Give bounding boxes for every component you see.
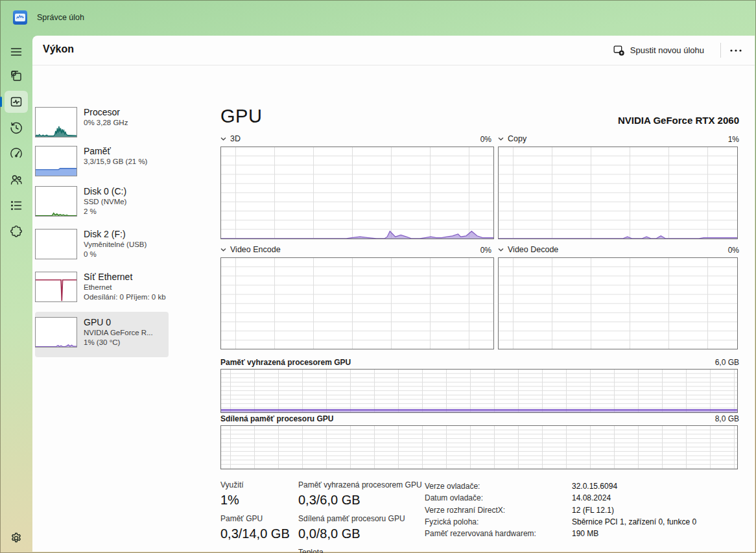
- item-sub2: Odesílání: 0 Příjem: 0 kb: [84, 292, 169, 302]
- item-title: Paměť: [84, 146, 169, 157]
- stat-usage: Využití 1%: [220, 480, 244, 508]
- puzzle-icon: [10, 225, 23, 238]
- chart-shared-memory[interactable]: [220, 425, 738, 469]
- gpu-detail-pane: GPU NVIDIA GeForce RTX 2060 3D 0% Copy 1…: [219, 65, 739, 552]
- chart-copy[interactable]: [498, 147, 738, 239]
- list-item-gpu0[interactable]: GPU 0 NVIDIA GeForce R... 1% (30 °C): [35, 312, 169, 357]
- detail-row: Paměť rezervovaná hardwarem:190 MB: [425, 528, 696, 539]
- network-mini-chart: [35, 272, 77, 302]
- gpu-heading: GPU: [220, 106, 262, 127]
- stat-shared-memory: Sdílená paměť procesoru GPU 0,0/8,0 GB: [298, 514, 405, 541]
- detail-row: Datum ovladače:14.08.2024: [425, 492, 696, 504]
- item-sub: NVIDIA GeForce R...: [84, 328, 169, 338]
- gpu-driver-details: Verze ovladače:32.0.15.6094 Datum ovlada…: [425, 480, 696, 539]
- selected-accent-pill: [0, 97, 2, 107]
- nav-services[interactable]: [5, 220, 28, 242]
- nav-processes[interactable]: [5, 65, 28, 87]
- list-item-ethernet[interactable]: Síť Ethernet Ethernet Odesílání: 0 Příje…: [35, 272, 169, 311]
- item-sub2: 0 %: [84, 250, 169, 259]
- item-sub2: 2 %: [84, 207, 169, 217]
- disk0-mini-chart: [35, 186, 77, 217]
- nav-app-history[interactable]: [5, 117, 28, 139]
- list-item-cpu[interactable]: Procesor 0% 3,28 GHz: [35, 107, 169, 142]
- nav-startup-apps[interactable]: [5, 143, 28, 165]
- chart-section-copy[interactable]: Copy: [498, 134, 526, 143]
- memory-mini-chart: [35, 146, 77, 176]
- disk2-mini-chart: [35, 229, 77, 259]
- settings-gear-icon: [10, 532, 23, 545]
- chevron-down-icon: [220, 248, 226, 252]
- chart-video-encode[interactable]: [220, 257, 494, 349]
- window-title: Správce úloh: [37, 13, 84, 22]
- page-header: Výkon Spustit novou úlohu: [32, 36, 755, 65]
- chart-3d[interactable]: [220, 147, 494, 239]
- gpu-mini-chart: [35, 317, 77, 347]
- list-icon: [10, 199, 23, 212]
- task-manager-app-icon: [13, 10, 27, 25]
- chart-section-3d[interactable]: 3D: [220, 134, 241, 143]
- list-item-disk2[interactable]: Disk 2 (F:) Vyměnitelné (USB) 0 %: [35, 229, 169, 268]
- page-title: Výkon: [43, 43, 74, 55]
- chart-dedicated-memory[interactable]: [220, 369, 738, 413]
- history-clock-icon: [10, 121, 23, 134]
- nav-performance[interactable]: [5, 91, 28, 113]
- dedicated-memory-cap: 6,0 GB: [715, 358, 739, 367]
- run-task-icon: [613, 45, 624, 56]
- more-options-button[interactable]: [725, 41, 747, 59]
- nav-rail: [0, 36, 32, 553]
- item-sub: Vyměnitelné (USB): [84, 240, 169, 250]
- chevron-down-icon: [498, 137, 504, 141]
- chart-label: Video Decode: [508, 245, 558, 254]
- task-manager-window: Správce úloh: [0, 0, 756, 553]
- ellipsis-icon: [730, 49, 742, 52]
- processes-icon: [10, 69, 23, 82]
- list-item-memory[interactable]: Paměť 3,3/15,9 GB (21 %): [35, 146, 169, 181]
- stat-temperature: Teplota 30 °C: [298, 548, 331, 553]
- nav-users[interactable]: [5, 169, 28, 191]
- item-title: Disk 0 (C:): [84, 186, 169, 197]
- shared-memory-chart-label: Sdílená paměť procesoru GPU: [220, 414, 333, 423]
- item-sub: 0% 3,28 GHz: [84, 118, 169, 128]
- gauge-icon: [10, 147, 23, 160]
- chart-value-video-encode: 0%: [433, 246, 491, 255]
- dedicated-memory-chart-label: Paměť vyhrazená procesorem GPU: [220, 358, 351, 367]
- detail-row: Verze rozhraní DirectX:12 (FL 12.1): [425, 504, 696, 516]
- item-sub2: 1% (30 °C): [84, 338, 169, 347]
- item-title: Síť Ethernet: [84, 272, 169, 283]
- hamburger-menu-button[interactable]: [5, 41, 28, 63]
- chevron-down-icon: [498, 248, 504, 252]
- item-sub: SSD (NVMe): [84, 197, 169, 207]
- titlebar: Správce úloh: [0, 0, 756, 36]
- chart-video-decode[interactable]: [498, 257, 738, 349]
- chart-value-copy: 1%: [681, 135, 739, 144]
- chart-value-3d: 0%: [433, 135, 491, 144]
- chart-label: Video Encode: [230, 245, 281, 254]
- performance-icon: [10, 95, 23, 108]
- settings-button[interactable]: [5, 527, 28, 549]
- users-icon: [10, 173, 23, 186]
- item-title: Procesor: [84, 107, 169, 118]
- chart-label: Copy: [508, 134, 526, 143]
- chart-section-video-decode[interactable]: Video Decode: [498, 245, 558, 254]
- detail-row: Verze ovladače:32.0.15.6094: [425, 480, 696, 492]
- main-panel: Výkon Spustit novou úlohu Procesor 0% 3,…: [32, 36, 755, 552]
- list-item-disk0[interactable]: Disk 0 (C:) SSD (NVMe) 2 %: [35, 186, 169, 225]
- hamburger-icon: [10, 45, 23, 58]
- detail-row: Fyzická poloha:Sběrnice PCI 1, zařízení …: [425, 516, 696, 528]
- item-sub: Ethernet: [84, 283, 169, 292]
- chevron-down-icon: [220, 137, 226, 141]
- nav-details[interactable]: [5, 194, 28, 217]
- item-title: Disk 2 (F:): [84, 229, 169, 240]
- item-title: GPU 0: [84, 317, 169, 328]
- chart-section-video-encode[interactable]: Video Encode: [220, 245, 281, 254]
- cpu-mini-chart: [35, 107, 77, 137]
- item-sub: 3,3/15,9 GB (21 %): [84, 157, 169, 167]
- run-task-label: Spustit novou úlohu: [630, 45, 704, 55]
- chart-value-video-decode: 0%: [681, 246, 739, 255]
- performance-device-list: Procesor 0% 3,28 GHz Paměť 3,3/15,9 GB (…: [34, 65, 200, 552]
- stat-dedicated-memory: Paměť vyhrazená procesorem GPU 0,3/6,0 G…: [298, 480, 422, 508]
- run-new-task-button[interactable]: Spustit novou úlohu: [607, 40, 711, 60]
- header-divider: [720, 43, 721, 58]
- gpu-device-name: NVIDIA GeForce RTX 2060: [618, 115, 739, 126]
- shared-memory-cap: 8,0 GB: [715, 414, 739, 423]
